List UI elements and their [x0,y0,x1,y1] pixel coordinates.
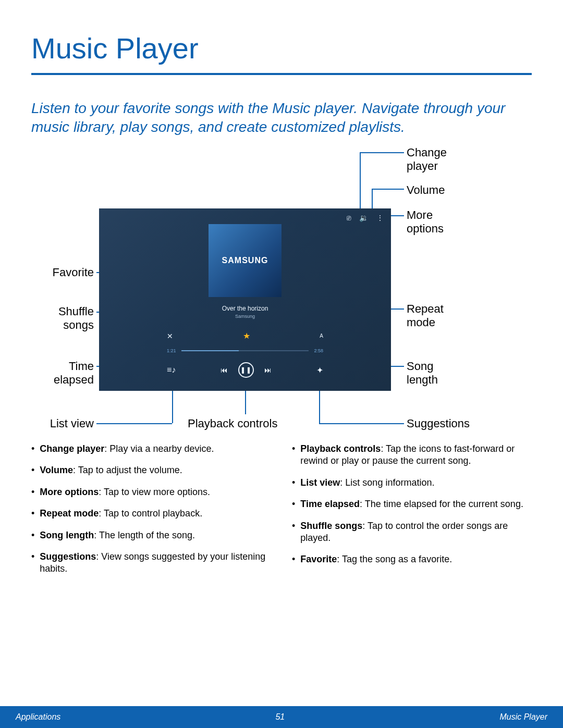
bullet-item: •Favorite: Tag the song as a favorite. [292,553,532,565]
bullet-desc: : Tag the song as a favorite. [337,554,452,564]
album-art: SAMSUNG [209,224,282,297]
callout-list-view: List view [50,417,94,430]
bullet-item: •More options: Tap to view more options. [31,486,271,498]
bullet-text: List view: List song information. [300,477,434,489]
bullet-dot: • [31,529,34,541]
bullet-item: •Time elapsed: The time elapsed for the … [292,498,532,510]
bullet-section: •Change player: Play via a nearby device… [31,443,532,585]
bullet-text: Shuffle songs: Tap to control the order … [300,520,532,545]
control-row-1: ✕ ★ A [167,331,323,341]
bullet-term: Playback controls [300,443,381,454]
bullet-text: Repeat mode: Tap to control playback. [40,508,202,520]
bullet-text: Suggestions: View songs suggested by you… [40,551,271,575]
title-rule [31,73,532,75]
bullet-text: Volume: Tap to adjust the volume. [40,464,182,476]
bullet-dot: • [292,520,295,545]
progress-fill [181,350,239,351]
bullet-desc: : The length of the song. [94,530,195,540]
bullet-item: •Change player: Play via a nearby device… [31,443,271,455]
song-title: Over the horizon [99,305,391,312]
repeat-icon[interactable]: A [320,333,323,339]
callout-volume: Volume [407,183,445,197]
page-title: Music Player [31,31,199,65]
bullet-dot: • [292,553,295,565]
bullet-term: Change player [40,443,104,454]
shuffle-icon[interactable]: ✕ [167,332,173,340]
intro-text: Listen to your favorite songs with the M… [31,99,532,137]
bullet-desc: : List song information. [340,477,434,488]
next-icon[interactable]: ⏭ [264,366,272,374]
bullet-dot: • [31,486,34,498]
bullet-dot: • [292,498,295,510]
favorite-icon[interactable]: ★ [243,331,250,341]
bullet-item: •Song length: The length of the song. [31,529,271,541]
bullet-text: Time elapsed: The time elapsed for the c… [300,498,523,510]
bullet-item: •Repeat mode: Tap to control playback. [31,508,271,520]
bullet-desc: : Tap to view more options. [99,487,210,497]
bullet-desc: : Tap to adjust the volume. [73,465,182,475]
callout-favorite: Favorite [53,266,94,279]
callout-song-length: Song length [407,360,459,387]
bullet-text: Playback controls: Tap the icons to fast… [300,443,532,467]
bullet-item: •Playback controls: Tap the icons to fas… [292,443,532,467]
song-artist: Samsung [99,314,391,319]
pause-button[interactable]: ❚❚ [238,362,254,378]
bullet-desc: : Play via a nearby device. [104,443,214,454]
volume-icon[interactable]: 🔉 [359,214,368,222]
playback-controls: ⏮ ❚❚ ⏭ [221,362,272,378]
bullet-term: Favorite [300,554,337,564]
list-view-icon[interactable]: ≡♪ [167,365,176,375]
callout-more-options: More options [407,208,459,236]
bullet-desc: : Tap to control playback. [99,508,202,519]
footer-right: Music Player [499,712,547,722]
bullet-term: List view [300,477,340,488]
bullet-term: Volume [40,465,73,475]
callout-repeat-mode: Repeat mode [407,302,459,330]
callout-playback: Playback controls [188,417,277,430]
bullet-dot: • [31,443,34,455]
callout-shuffle: Shuffle songs [47,305,94,332]
bullet-item: •List view: List song information. [292,477,532,489]
bullet-col-left: •Change player: Play via a nearby device… [31,443,271,585]
callout-suggestions: Suggestions [407,417,470,430]
bullet-text: Change player: Play via a nearby device. [40,443,214,455]
progress-track[interactable] [181,350,309,351]
prev-icon[interactable]: ⏮ [221,366,228,374]
bullet-desc: : The time elapsed for the current song. [360,499,523,509]
bullet-item: •Suggestions: View songs suggested by yo… [31,551,271,575]
footer-page-number: 51 [275,712,285,722]
time-elapsed-value: 1:21 [167,348,176,353]
bullet-text: Favorite: Tag the song as a favorite. [300,553,452,565]
bullet-col-right: •Playback controls: Tap the icons to fas… [292,443,532,585]
bullet-term: Suggestions [40,551,96,562]
bullet-dot: • [292,477,295,489]
player-screenshot: ⎚ 🔉 ⋮ SAMSUNG Over the horizon Samsung ✕… [99,208,391,391]
callout-change-player: Change player [407,146,469,174]
more-options-icon[interactable]: ⋮ [376,214,384,222]
bullet-dot: • [31,508,34,520]
bullet-term: Repeat mode [40,508,99,519]
annotated-diagram: Change player Volume More options Repeat… [31,146,532,438]
bullet-text: More options: Tap to view more options. [40,486,210,498]
progress-row: 1:21 2:58 [167,348,323,353]
song-length-value: 2:58 [314,348,323,353]
suggestions-icon[interactable]: ✦ [316,365,323,375]
bullet-term: Shuffle songs [300,521,362,531]
bullet-term: Song length [40,530,94,540]
footer-left: Applications [16,712,60,722]
bullet-item: •Volume: Tap to adjust the volume. [31,464,271,476]
footer-bar: Applications 51 Music Player [0,706,563,728]
change-player-icon[interactable]: ⎚ [347,214,351,222]
bullet-term: More options [40,487,99,497]
bullet-text: Song length: The length of the song. [40,529,195,541]
album-brand: SAMSUNG [222,256,268,265]
callout-time-elapsed: Time elapsed [42,360,94,387]
bullet-dot: • [31,464,34,476]
bullet-dot: • [31,551,34,575]
control-row-2: ≡♪ ⏮ ❚❚ ⏭ ✦ [167,362,323,378]
bullet-term: Time elapsed [300,499,360,509]
bullet-item: •Shuffle songs: Tap to control the order… [292,520,532,545]
bullet-dot: • [292,443,295,467]
